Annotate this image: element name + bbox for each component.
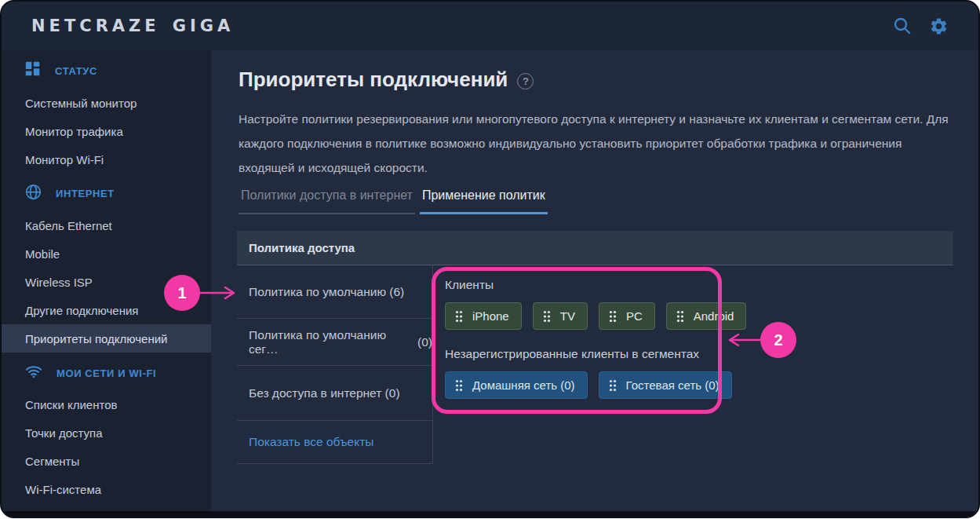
client-chip-label: TV [560, 309, 575, 323]
app-window: NETCRAZE GIGA [0, 0, 980, 518]
annotation-callout-2-number: 2 [774, 331, 782, 349]
sidebar-item-system-monitor[interactable]: Системный монитор [2, 89, 211, 117]
table-row-no-internet-access[interactable]: Без доступа в интернет (0) [237, 366, 432, 421]
drag-handle-icon [609, 379, 617, 392]
policy-row-label: Политика по умолчанию (6) [249, 285, 404, 299]
segment-chip-label: Домашняя сеть (0) [472, 378, 575, 392]
sidebar-item-ethernet[interactable]: Кабель Ethernet [2, 211, 211, 239]
client-chip-iphone[interactable]: iPhone [445, 302, 522, 330]
annotation-callout-2: 2 [760, 322, 796, 358]
table-row-default-policy[interactable]: Политика по умолчанию (6) [237, 265, 432, 319]
sidebar-item-wifi-monitor[interactable]: Монитор Wi-Fi [2, 145, 211, 174]
brand-logo-secondary: GIGA [173, 16, 235, 35]
sidebar-item-wifi-system[interactable]: Wi-Fi-система [2, 475, 211, 503]
tab-strip: Политики доступа в интернет Применение п… [239, 188, 548, 214]
segment-chip-guest-network[interactable]: Гостевая сеть (0) [599, 371, 732, 399]
gear-icon[interactable] [928, 16, 949, 36]
sidebar-item-connection-priorities[interactable]: Приоритеты подключений [2, 324, 211, 353]
client-chip-tv[interactable]: TV [533, 302, 588, 330]
wifi-icon [25, 363, 42, 383]
policy-table-left-column: Политика по умолчанию (6) Политика по ум… [237, 265, 433, 464]
segment-chips-row: Домашняя сеть (0) Гостевая сеть (0) [445, 371, 746, 399]
drag-handle-icon [455, 379, 463, 392]
drag-handle-icon [609, 310, 617, 323]
policy-row-count: (0) [417, 335, 432, 349]
brand-logo-primary: NETCRAZE [31, 16, 160, 35]
sidebar-item-mobile[interactable]: Mobile [2, 239, 211, 268]
sidebar-section-internet: ИНТЕРНЕТ [2, 179, 211, 207]
drag-handle-icon [543, 310, 551, 323]
annotation-callout-1-number: 1 [177, 284, 186, 302]
annotation-callout-1: 1 [164, 275, 200, 311]
table-row-default-policy-segments[interactable]: Политика по умолчанию сег… (0) [237, 319, 432, 366]
sidebar-section-label: МОИ СЕТИ И WI-FI [56, 367, 156, 379]
clients-label: Клиенты [445, 278, 746, 292]
policy-assignment-panel: Клиенты iPhone TV [445, 278, 746, 399]
show-all-objects-link[interactable]: Показать все объекты [237, 421, 432, 464]
table-header-label: Политика доступа [249, 241, 355, 254]
topbar-actions [892, 2, 949, 50]
main-content: Приоритеты подключений ? Настройте полит… [211, 50, 978, 517]
sidebar-item-access-points[interactable]: Точки доступа [2, 418, 211, 447]
drag-handle-icon [455, 310, 463, 323]
dashboard-icon [25, 61, 41, 80]
top-bar: NETCRAZE GIGA [2, 2, 978, 50]
client-chip-label: iPhone [472, 309, 509, 323]
sidebar-item-traffic-monitor[interactable]: Монитор трафика [2, 117, 211, 145]
client-chip-label: PC [626, 309, 643, 323]
sidebar-item-segments[interactable]: Сегменты [2, 447, 211, 475]
tab-policy-application[interactable]: Применение политик [420, 188, 548, 214]
client-chip-pc[interactable]: PC [599, 302, 655, 330]
help-icon[interactable]: ? [517, 73, 534, 90]
page-description: Настройте политики резервирования или мн… [239, 107, 954, 180]
drag-handle-icon [676, 310, 684, 323]
segments-label: Незарегистрированные клиенты в сегментах [445, 347, 746, 361]
segment-chip-label: Гостевая сеть (0) [626, 378, 720, 392]
sidebar-section-my-networks: МОИ СЕТИ И WI-FI [2, 359, 211, 387]
sidebar-item-client-lists[interactable]: Списки клиентов [2, 390, 211, 418]
window-bottom-edge [2, 511, 978, 517]
sidebar-section-status: СТАТУС [2, 57, 211, 85]
segment-chip-home-network[interactable]: Домашняя сеть (0) [445, 371, 588, 399]
show-all-objects-label: Показать все объекты [249, 435, 373, 449]
client-chip-label: Android [694, 309, 734, 323]
search-icon[interactable] [892, 16, 913, 36]
policy-row-label: Политика по умолчанию сег… [249, 328, 410, 356]
client-chips-row: iPhone TV PC [445, 302, 746, 330]
sidebar-section-label: ИНТЕРНЕТ [56, 188, 115, 199]
policy-row-label: Без доступа в интернет (0) [249, 386, 400, 400]
client-chip-android[interactable]: Android [666, 302, 747, 330]
page-title: Приоритеты подключений [239, 68, 508, 92]
brand-logo: NETCRAZE GIGA [31, 2, 234, 50]
sidebar-section-label: СТАТУС [55, 65, 97, 77]
table-header-access-policy: Политика доступа [237, 231, 953, 265]
globe-icon [25, 184, 42, 203]
tab-access-policies[interactable]: Политики доступа в интернет [239, 188, 415, 214]
page-title-row: Приоритеты подключений ? [239, 68, 534, 92]
